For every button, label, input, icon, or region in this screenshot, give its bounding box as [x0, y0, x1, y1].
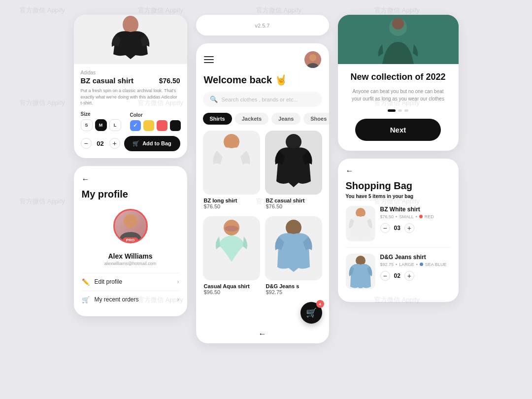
meta-separator-1: •	[396, 214, 397, 219]
hamburger-line-2	[204, 59, 214, 60]
profile-avatar: PRO	[113, 209, 148, 243]
tab-jeans[interactable]: Jeans	[271, 113, 300, 125]
center-column: v2.5.7 Welcome back 🤘	[196, 15, 329, 343]
bag-item-1-illustration	[347, 207, 374, 240]
user-avatar-illustration	[304, 51, 321, 68]
product-grid-item-3[interactable]: Casual Aqua shirt $96.50	[203, 216, 260, 297]
bag-item-info-2: D&G Jeans shirt $92.75 • LARGE • SEA BLU…	[380, 254, 451, 281]
product-grid-item-4[interactable]: D&G Jeans s $92.75	[265, 216, 322, 297]
aqua-shirt-illustration	[209, 218, 254, 279]
meta-separator-4: •	[416, 262, 418, 267]
color-label: Color	[130, 112, 181, 118]
color-black[interactable]	[170, 120, 181, 131]
bag-item-meta-1: $76.50 • SMALL • RED	[380, 214, 451, 219]
product-name-1: BZ long shirt	[204, 198, 259, 203]
quantity-value: 02	[96, 140, 105, 147]
user-avatar[interactable]	[304, 51, 321, 68]
profile-email: alexwilliams@hotmail.com	[82, 261, 179, 266]
profile-avatar-wrapper: PRO	[82, 209, 179, 245]
color-section: Color ✓	[130, 112, 181, 131]
profile-name: Alex Williams	[82, 252, 179, 260]
onboard-illustration	[338, 15, 459, 64]
svg-point-13	[392, 18, 404, 30]
bag-qty-value-2: 02	[394, 272, 400, 279]
product-grid-img-4	[265, 216, 322, 280]
product-grid-img-3	[203, 216, 260, 280]
product-grid-info-2: BZ casual shirt $76.50	[265, 195, 322, 211]
product-title: BZ casual shirt	[81, 76, 134, 85]
bag-back-button[interactable]: ←	[346, 166, 451, 175]
product-grid-info-4: D&G Jeans s $92.75	[265, 280, 322, 297]
bz-casual-shirt-illustration	[271, 132, 316, 194]
dot-1	[388, 109, 396, 112]
bag-item-img-2	[346, 254, 375, 289]
onboard-description: Anyone can beat you but no one can beat …	[348, 88, 449, 102]
cart-fab-button[interactable]: 🛒 4	[300, 302, 322, 324]
hamburger-line-3	[204, 62, 214, 63]
recent-orders-icon: 🛒	[82, 296, 90, 303]
main-container: Adidas BZ casual shirt $76.50 Put a fres…	[0, 0, 532, 399]
version-card: v2.5.7	[196, 15, 329, 35]
bag-decrease-2[interactable]: −	[380, 271, 390, 281]
product-title-row: BZ casual shirt $76.50	[81, 76, 180, 85]
add-to-bag-button[interactable]: 🛒 Add to Bag	[124, 136, 180, 151]
product-price-1: $76.50	[204, 203, 259, 209]
product-card-body: Adidas BZ casual shirt $76.50 Put a fres…	[74, 64, 187, 158]
hamburger-menu-button[interactable]	[204, 56, 214, 63]
next-button[interactable]: Next	[355, 119, 441, 141]
bag-item-2-illustration	[347, 255, 374, 288]
bag-increase-1[interactable]: +	[404, 223, 414, 233]
tab-jackets[interactable]: Jackets	[235, 113, 268, 125]
product-grid-info-1: BZ long shirt $76.50	[203, 195, 260, 211]
product-price-3: $96.50	[204, 289, 259, 295]
dg-jeans-illustration	[271, 218, 316, 279]
tab-shoes[interactable]: Shoes	[303, 113, 329, 125]
size-options: S M L	[81, 119, 121, 131]
search-bar[interactable]: 🔍 Search clothes , brands or etc...	[203, 92, 322, 107]
product-grid-item-2[interactable]: BZ casual shirt $76.50	[265, 131, 322, 211]
bag-item-qty-2: − 02 +	[380, 271, 451, 281]
shop-bottom: ←	[196, 326, 329, 338]
recent-orders-menu-item[interactable]: 🛒 My recent orders ›	[82, 291, 179, 308]
size-m-button[interactable]: M	[95, 119, 107, 131]
edit-profile-menu-item[interactable]: ✏️ Edit profile ›	[82, 273, 179, 291]
tab-shirts[interactable]: Shirts	[203, 113, 232, 125]
quantity-increase-button[interactable]: +	[109, 138, 120, 149]
size-l-button[interactable]: L	[109, 119, 121, 131]
color-blue[interactable]: ✓	[130, 120, 141, 131]
product-name-4: D&G Jeans s	[266, 283, 321, 289]
color-yellow[interactable]	[143, 120, 154, 131]
bag-increase-2[interactable]: +	[404, 271, 414, 281]
color-red[interactable]	[157, 120, 167, 131]
pro-badge: PRO	[123, 237, 138, 243]
svg-point-7	[286, 134, 301, 150]
bag-decrease-1[interactable]: −	[380, 223, 390, 233]
color-options: ✓	[130, 120, 181, 131]
quantity-decrease-button[interactable]: −	[81, 138, 92, 149]
shop-back-button[interactable]: ←	[259, 330, 266, 338]
svg-point-5	[309, 54, 316, 61]
profile-back-button[interactable]: ←	[82, 175, 179, 184]
shop-header	[196, 43, 329, 74]
profile-card: ← My profile PRO Alex Williams alexwilli…	[74, 166, 187, 316]
svg-point-6	[224, 134, 239, 150]
product-grid-item-1[interactable]: BZ long shirt $76.50	[203, 131, 260, 211]
bag-qty-value-1: 03	[394, 225, 400, 232]
size-s-button[interactable]: S	[81, 119, 93, 131]
version-text: v2.5.7	[255, 23, 270, 29]
shirt-illustration	[106, 15, 155, 64]
product-brand: Adidas	[81, 70, 180, 75]
product-image	[74, 15, 187, 64]
recent-orders-left: 🛒 My recent orders	[82, 296, 139, 303]
bag-item-size-2: LARGE	[399, 262, 414, 267]
edit-profile-label: Edit profile	[95, 278, 123, 285]
bag-item-info-1: BZ White shirt $76.50 • SMALL • RED − 03…	[380, 206, 451, 233]
add-to-bag-label: Add to Bag	[142, 140, 171, 146]
meta-separator-3: •	[396, 262, 397, 267]
bag-divider	[346, 247, 451, 248]
product-description: Put a fresh spin on a classic archival l…	[81, 88, 180, 106]
product-grid-info-3: Casual Aqua shirt $96.50	[203, 280, 260, 297]
bag-item-name-2: D&G Jeans shirt	[380, 254, 451, 261]
right-column: New collection of 2022 Anyone can beat y…	[338, 15, 459, 302]
category-tabs: Shirts Jackets Jeans Shoes A	[196, 113, 329, 131]
